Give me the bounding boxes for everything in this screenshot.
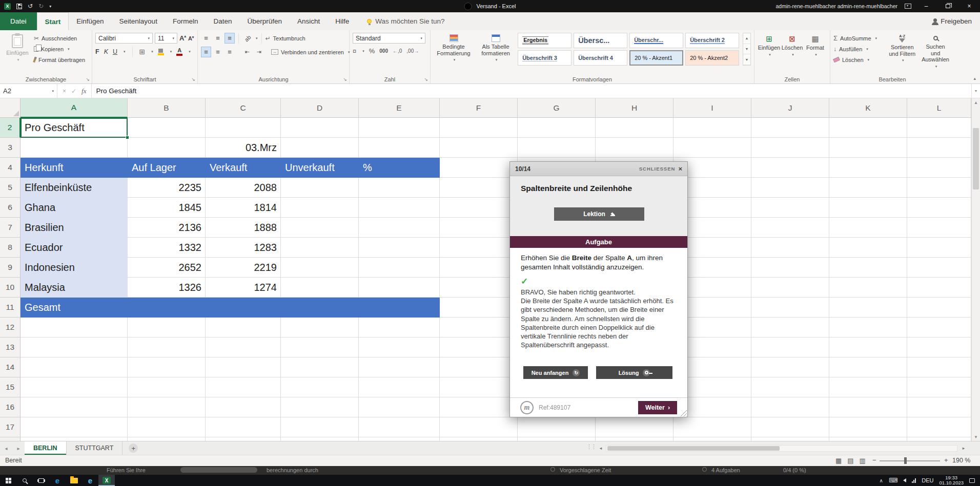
ribbon-display-options-icon[interactable] xyxy=(905,4,911,9)
action-center-icon[interactable] xyxy=(969,478,975,483)
clipboard-dialog-launcher-icon[interactable]: ↘ xyxy=(86,77,90,82)
page-layout-view-icon[interactable]: ▤ xyxy=(847,457,853,464)
column-header-B[interactable]: B xyxy=(128,98,206,117)
sheet-nav-left-icon[interactable]: ◂ xyxy=(0,441,12,455)
accounting-format-icon[interactable]: ¤ xyxy=(353,47,356,55)
zoom-slider-thumb[interactable] xyxy=(904,457,907,464)
autosum-button[interactable]: ΣAutoSumme▾ xyxy=(833,33,885,44)
cell-B9[interactable]: 2652 xyxy=(128,258,206,278)
copy-button[interactable]: Kopieren▾ xyxy=(34,44,85,54)
cell-A5[interactable]: Elfenbeinküste xyxy=(21,178,128,198)
style-ueberschrift-4[interactable]: Überschrift 4 xyxy=(574,50,627,66)
row-header-3[interactable]: 3 xyxy=(0,138,20,158)
row-header-2[interactable]: 2 xyxy=(0,118,21,138)
zoom-slider[interactable] xyxy=(880,460,940,461)
scroll-up-icon[interactable]: ▲ xyxy=(972,98,980,107)
column-header-L[interactable]: L xyxy=(907,98,971,117)
column-header-J[interactable]: J xyxy=(751,98,829,117)
thousands-separator-icon[interactable]: 000 xyxy=(379,48,388,54)
number-dialog-launcher-icon[interactable]: ↘ xyxy=(424,77,428,82)
column-header-F[interactable]: F xyxy=(440,98,518,117)
style-ueberschrift-3[interactable]: Überschrift 3 xyxy=(518,50,571,66)
font-color-button[interactable]: A xyxy=(176,48,182,56)
tab-ansicht[interactable]: Ansicht xyxy=(290,12,328,30)
cell-B10[interactable]: 1326 xyxy=(128,278,206,298)
decrease-indent-icon[interactable]: ⇤ xyxy=(242,47,252,57)
select-all-corner[interactable] xyxy=(0,98,21,118)
row-header-11[interactable]: 11 xyxy=(0,298,20,318)
column-header-K[interactable]: K xyxy=(829,98,907,117)
taskbar-search-button[interactable] xyxy=(16,475,33,486)
number-format-combo[interactable]: Standard▾ xyxy=(353,33,425,44)
tell-me-box[interactable]: Was möchten Sie tun? xyxy=(367,12,444,30)
cell-D4[interactable]: Unverkauft xyxy=(281,158,359,178)
sheet-nav-right-icon[interactable]: ▸ xyxy=(12,441,25,455)
insert-cells-button[interactable]: ⊞ Einfügen▾ xyxy=(758,33,781,58)
format-painter-button[interactable]: Format übertragen xyxy=(34,54,85,65)
cell-A11[interactable]: Gesamt xyxy=(21,298,440,318)
cell-A2[interactable]: Pro Geschäft xyxy=(21,118,128,138)
taskbar-clock[interactable]: 19:33 01.10.2023 xyxy=(939,475,964,486)
font-family-combo[interactable]: Calibri▾ xyxy=(95,33,153,44)
cell-B7[interactable]: 2136 xyxy=(128,218,206,238)
row-header-6[interactable]: 6 xyxy=(0,198,20,218)
cut-button[interactable]: ✂Ausschneiden xyxy=(34,33,85,44)
column-header-I[interactable]: I xyxy=(673,98,751,117)
fill-button[interactable]: ↓Ausfüllen▾ xyxy=(833,44,885,54)
paste-button[interactable]: Einfügen▾ xyxy=(3,33,32,65)
cell-B8[interactable]: 1332 xyxy=(128,238,206,258)
tab-start[interactable]: Start xyxy=(37,12,69,30)
row-header-18[interactable]: 18 xyxy=(0,437,20,441)
gallery-down-icon[interactable]: ▼ xyxy=(743,44,750,55)
grow-font-button[interactable]: A▴ xyxy=(179,34,186,42)
tab-ueberpruefen[interactable]: Überprüfen xyxy=(239,12,290,30)
normal-view-icon[interactable]: ▦ xyxy=(835,457,842,464)
font-dialog-launcher-icon[interactable]: ↘ xyxy=(191,77,195,82)
zoom-level-label[interactable]: 190 % xyxy=(952,457,970,464)
style-ueberschrift-1[interactable]: Überschr... xyxy=(629,33,683,48)
cell-A8[interactable]: Ecuador xyxy=(21,238,128,258)
row-header-8[interactable]: 8 xyxy=(0,238,20,258)
orientation-icon[interactable]: ab xyxy=(242,33,253,44)
hscroll-right-icon[interactable]: ▸ xyxy=(959,444,968,452)
conditional-formatting-button[interactable]: Bedingte Formatierung▾ xyxy=(434,33,474,64)
file-explorer-button[interactable] xyxy=(66,475,82,486)
column-header-C[interactable]: C xyxy=(206,98,281,117)
sort-filter-button[interactable]: A·Z Sortieren und Filtern▾ xyxy=(887,33,917,70)
style-ueberschrift[interactable]: Übersc... xyxy=(574,33,627,48)
cell-A4[interactable]: Herkunft xyxy=(21,158,128,178)
restore-button[interactable] xyxy=(937,0,958,12)
cell-C4[interactable]: Verkauft xyxy=(206,158,281,178)
tray-overflow-icon[interactable]: ∧ xyxy=(880,478,883,483)
style-ueberschrift-2[interactable]: Überschrift 2 xyxy=(685,33,739,48)
tab-hilfe[interactable]: Hilfe xyxy=(328,12,357,30)
row-header-10[interactable]: 10 xyxy=(0,278,20,298)
row-header-5[interactable]: 5 xyxy=(0,178,20,198)
sheet-tab-stuttgart[interactable]: STUTTGART xyxy=(67,441,123,455)
vertical-scroll-thumb[interactable] xyxy=(973,128,979,189)
align-right-icon[interactable]: ≡ xyxy=(224,47,235,57)
page-break-view-icon[interactable]: ▥ xyxy=(860,457,866,464)
name-box[interactable]: A2▾ xyxy=(0,84,57,98)
increase-indent-icon[interactable]: ⇥ xyxy=(254,47,264,57)
confirm-entry-icon[interactable]: ✓ xyxy=(71,88,76,95)
cell-A7[interactable]: Brasilien xyxy=(21,218,128,238)
formula-input[interactable]: Pro Geschäft xyxy=(92,84,971,98)
delete-cells-button[interactable]: ⊠ Löschen▾ xyxy=(781,33,804,58)
network-icon[interactable] xyxy=(912,478,916,483)
cell-C7[interactable]: 1888 xyxy=(206,218,281,238)
style-ergebnis[interactable]: Ergebnis xyxy=(518,33,571,48)
cell-A6[interactable]: Ghana xyxy=(21,198,128,218)
hscroll-left-icon[interactable]: ◂ xyxy=(597,444,605,452)
cell-E4[interactable]: % xyxy=(359,158,440,178)
tab-formeln[interactable]: Formeln xyxy=(165,12,206,30)
language-indicator[interactable]: DEU xyxy=(922,477,933,483)
increase-decimal-icon[interactable]: ←,0 xyxy=(393,48,402,54)
tutorial-panel-header[interactable]: 10/14 SCHLIESSEN × xyxy=(510,162,687,176)
format-cells-button[interactable]: ▦ Format▾ xyxy=(804,33,827,58)
column-header-A[interactable]: A xyxy=(21,98,128,118)
volume-icon[interactable] xyxy=(903,478,906,482)
alignment-dialog-launcher-icon[interactable]: ↘ xyxy=(343,77,347,82)
next-button[interactable]: Weiter› xyxy=(638,401,677,414)
align-middle-icon[interactable]: ≡ xyxy=(213,33,223,44)
